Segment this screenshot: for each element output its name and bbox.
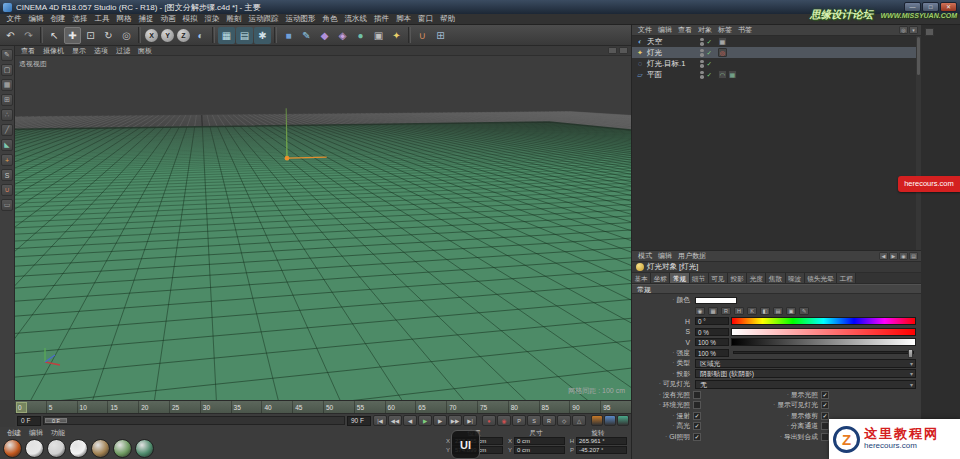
- render-visibility-dot[interactable]: [700, 75, 704, 79]
- scrub-handle[interactable]: 0 F: [45, 418, 67, 423]
- checkbox[interactable]: ✓: [693, 412, 701, 420]
- object-row[interactable]: ◐天空✓▦: [632, 36, 921, 47]
- am-menu-item[interactable]: 编辑: [655, 251, 675, 261]
- autokey-button[interactable]: ◉: [497, 415, 511, 426]
- points-mode-icon[interactable]: ∴: [1, 109, 13, 121]
- editor-visibility-dot[interactable]: [700, 49, 704, 53]
- add-light-icon[interactable]: ✦: [388, 27, 405, 44]
- om-menu-item[interactable]: 对象: [695, 25, 715, 35]
- menubar-item[interactable]: 网格: [113, 14, 135, 24]
- phong-tag[interactable]: ◠: [718, 70, 727, 79]
- timeline-tick[interactable]: 25: [169, 401, 200, 413]
- timeline-tick[interactable]: 30: [200, 401, 231, 413]
- make-editable-icon[interactable]: ✎: [1, 49, 13, 61]
- menubar-item[interactable]: 运动跟踪: [245, 14, 282, 24]
- timeline-tick[interactable]: 15: [107, 401, 138, 413]
- last-tool-icon[interactable]: ◎: [118, 27, 135, 44]
- menubar-item[interactable]: 流水线: [341, 14, 371, 24]
- color-swatch[interactable]: [695, 297, 737, 304]
- dropdown-投影[interactable]: 阴影贴图 (软阴影)▾: [695, 369, 916, 378]
- menubar-item[interactable]: 插件: [371, 14, 393, 24]
- intensity-value-field[interactable]: 100 %: [695, 349, 729, 357]
- add-camera-icon[interactable]: ▣: [370, 27, 387, 44]
- timeline-tick[interactable]: 40: [261, 401, 292, 413]
- undo-icon[interactable]: ↶: [2, 27, 19, 44]
- value-gradient-bar[interactable]: [731, 338, 916, 346]
- checkbox[interactable]: ✓: [821, 391, 829, 399]
- locked-workplane-icon[interactable]: ▭: [1, 199, 13, 211]
- timeline-tick[interactable]: 60: [385, 401, 416, 413]
- material-swatch-2[interactable]: [25, 439, 44, 458]
- coordinate-field[interactable]: -45.207 °: [576, 446, 627, 454]
- timeline-tick[interactable]: 20: [138, 401, 169, 413]
- slider-knob[interactable]: [908, 349, 913, 358]
- workplane-icon[interactable]: ⊞: [432, 27, 449, 44]
- om-menu-item[interactable]: 文件: [635, 25, 655, 35]
- timeline-tick[interactable]: 90: [569, 401, 600, 413]
- material-menu-item[interactable]: 编辑: [25, 428, 47, 438]
- am-lock-icon[interactable]: ◉: [899, 252, 908, 260]
- polygons-mode-icon[interactable]: ◣: [1, 139, 13, 151]
- menubar-item[interactable]: 编辑: [25, 14, 47, 24]
- enable-axis-icon[interactable]: +: [1, 154, 13, 166]
- menubar-item[interactable]: 模拟: [179, 14, 201, 24]
- om-menu-item[interactable]: 标签: [715, 25, 735, 35]
- menubar-item[interactable]: 运动图形: [282, 14, 319, 24]
- object-row[interactable]: ◌灯光.目标.1✓: [632, 58, 921, 69]
- prev-frame-button[interactable]: ◀: [403, 415, 417, 426]
- coordinate-field[interactable]: 0 cm: [514, 437, 565, 445]
- menubar-item[interactable]: 窗口: [415, 14, 437, 24]
- tab-常规[interactable]: 常规: [670, 273, 689, 283]
- coordinate-field[interactable]: 265.961 °: [576, 437, 627, 445]
- om-menu-item[interactable]: 编辑: [655, 25, 675, 35]
- compact-mode-icon[interactable]: ▣: [786, 307, 796, 315]
- editor-visibility-dot[interactable]: [700, 71, 704, 75]
- dropdown-类型[interactable]: 区域光▾: [695, 359, 916, 368]
- prev-key-button[interactable]: ◀◀: [388, 415, 402, 426]
- tab-噪波[interactable]: 噪波: [786, 273, 805, 283]
- render-settings-icon[interactable]: ✱: [254, 27, 271, 44]
- add-deformer-icon[interactable]: ◈: [334, 27, 351, 44]
- checkbox[interactable]: [821, 433, 829, 441]
- tab-镜头光晕[interactable]: 镜头光晕: [805, 273, 837, 283]
- dropdown-可见灯光[interactable]: 无▾: [695, 380, 916, 389]
- timeline-tick[interactable]: 70: [446, 401, 477, 413]
- material-swatch-6[interactable]: [113, 439, 132, 458]
- menubar-item[interactable]: 渲染: [201, 14, 223, 24]
- material-swatch-3[interactable]: [47, 439, 66, 458]
- viewport-options-icon[interactable]: [608, 47, 617, 54]
- timeline-tick[interactable]: 95: [600, 401, 631, 413]
- keyframe-palette-chip-2[interactable]: [604, 415, 616, 426]
- move-tool-icon[interactable]: ✚: [64, 27, 81, 44]
- goto-end-button[interactable]: ▶|: [463, 415, 477, 426]
- enable-toggle[interactable]: ✓: [707, 49, 712, 57]
- add-environment-icon[interactable]: ●: [352, 27, 369, 44]
- section-header[interactable]: 常规: [632, 284, 921, 294]
- am-back-icon[interactable]: ◀: [879, 252, 888, 260]
- material-swatch-5[interactable]: [91, 439, 110, 458]
- am-menu-item[interactable]: 用户数据: [675, 251, 709, 261]
- render-picture-viewer-icon[interactable]: ▤: [236, 27, 253, 44]
- current-frame-field[interactable]: 0 F: [17, 416, 41, 426]
- record-keyframe-button[interactable]: ●: [482, 415, 496, 426]
- intensity-slider[interactable]: [733, 351, 914, 354]
- checkbox[interactable]: ✓: [693, 422, 701, 430]
- timeline-tick[interactable]: 55: [354, 401, 385, 413]
- menubar-item[interactable]: 工具: [91, 14, 113, 24]
- add-spline-icon[interactable]: ✎: [298, 27, 315, 44]
- viewport-menu-item[interactable]: 面板: [134, 46, 156, 56]
- render-view-icon[interactable]: ▦: [218, 27, 235, 44]
- object-manager-scrollbar[interactable]: [916, 36, 921, 250]
- timeline-tick[interactable]: 50: [323, 401, 354, 413]
- om-menu-item[interactable]: 查看: [675, 25, 695, 35]
- model-mode-icon[interactable]: ▢: [1, 64, 13, 76]
- snap-settings-icon[interactable]: ∪: [414, 27, 431, 44]
- object-row[interactable]: ▱平面✓◠▦: [632, 69, 921, 80]
- viewport-solo-icon[interactable]: S: [1, 169, 13, 181]
- color-spectrum-icon[interactable]: ▦: [708, 307, 718, 315]
- hsv-slider-icon[interactable]: H: [734, 307, 744, 315]
- editor-visibility-dot[interactable]: [700, 60, 704, 64]
- tab-可见[interactable]: 可见: [709, 273, 728, 283]
- timeline-tick[interactable]: 80: [508, 401, 539, 413]
- texture-tag[interactable]: ▦: [728, 70, 737, 79]
